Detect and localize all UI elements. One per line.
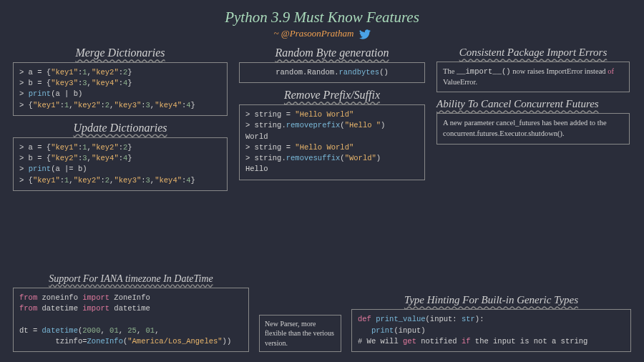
page-title: Python 3.9 Must Know Features [13,9,631,26]
iana-title: Support For IANA timezone In DateTime [13,273,249,285]
merge-section: Merge Dictionaries > a = {"key1":1,"key2… [13,47,228,116]
random-section: Random Byte generation random.Random.ran… [239,47,425,83]
remove-title: Remove Prefix/Suffix [239,89,425,102]
merge-title: Merge Dictionaries [13,47,228,59]
parser-text: New Parser, more flexible than the verio… [259,315,341,353]
author-line: ~ @PrasoonPratham [13,28,631,39]
random-code: random.Random.randbytes() [239,62,425,83]
parser-section: New Parser, more flexible than the verio… [259,315,341,353]
author-text: ~ @PrasoonPratham [273,28,353,39]
type-title: Type Hinting For Built-in Generic Types [351,294,631,306]
import-section: Consistent Package Import Errors The __i… [436,47,630,92]
type-code: def print_value(input: str): print(input… [351,309,631,352]
iana-code: from zoneinfo import ZoneInfo from datet… [13,288,249,352]
import-title: Consistent Package Import Errors [436,47,630,59]
random-title: Random Byte generation [239,47,425,59]
cancel-title: Ability To Cancel Concurrent Futures [436,98,630,110]
cancel-section: Ability To Cancel Concurrent Futures A n… [436,98,630,144]
cancel-text: A new parameter cancel_futures has been … [436,113,630,144]
type-section: Type Hinting For Built-in Generic Types … [351,294,631,352]
merge-code: > a = {"key1":1,"key2":2} > b = {"key3":… [13,62,228,116]
remove-section: Remove Prefix/Suffix > string = "Hello W… [239,89,425,180]
iana-section: Support For IANA timezone In DateTime fr… [13,273,249,352]
remove-code: > string = "Hello World" > string.remove… [239,104,425,180]
import-text: The __import__() now raises ImportError … [436,62,630,92]
update-code: > a = {"key1":1,"key2":2} > b = {"key2":… [13,137,228,191]
update-title: Update Dictionaries [13,122,228,134]
update-section: Update Dictionaries > a = {"key1":1,"key… [13,122,228,191]
twitter-icon [359,29,371,39]
